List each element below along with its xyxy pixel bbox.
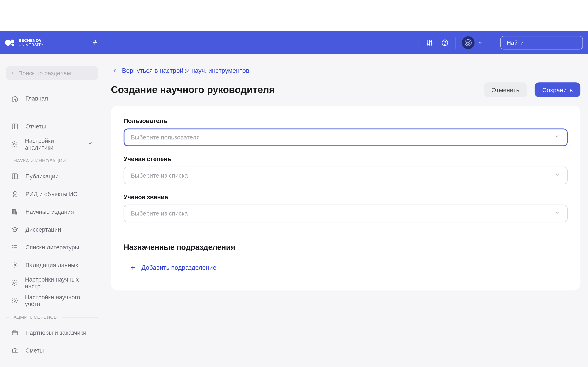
sidebar-item-label: Настройки научных инстр. [25,276,93,290]
user-select[interactable]: Выберите пользователя [123,128,568,146]
pin-icon[interactable] [90,38,100,48]
svg-point-1 [10,40,14,43]
acad-title-select[interactable]: Выберите из списка [123,205,568,222]
svg-point-15 [14,264,16,266]
svg-point-2 [11,44,14,46]
app-header: SECHENOVUNIVERSITY [0,31,588,54]
sidebar-item-label: Отчеты [25,123,46,130]
settings-sliders-icon[interactable] [425,38,434,48]
add-subdivision-label: Добавить подразделение [141,264,216,271]
list-icon [11,244,18,250]
sidebar-item-label: Настройки аналитики [25,137,80,151]
cancel-button[interactable]: Отменить [484,82,527,97]
gear-icon [11,141,18,147]
sidebar-item-publications[interactable]: Публикации [6,167,98,185]
sidebar-search[interactable] [6,66,98,80]
book-icon [11,123,18,130]
svg-point-16 [14,282,15,284]
sidebar: Главная Отчеты Настройки аналитики НАУКА… [0,54,104,367]
user-field-label: Пользователь [123,117,568,124]
degree-select[interactable]: Выберите из списка [123,167,568,184]
header-search[interactable] [501,36,583,49]
subdivisions-title: Назначенные подразделения [123,243,568,252]
sidebar-section-admin: АДМИН. СЕРВИСЫ [6,309,98,324]
svg-point-10 [468,42,469,43]
chevron-left-icon [112,67,118,73]
sidebar-item-label: Валидация данных [25,262,78,268]
sidebar-item-estimates[interactable]: Сметы [6,342,98,359]
sidebar-item-validation[interactable]: Валидация данных [6,256,98,274]
form-card: Пользователь Выберите пользователя Учена… [111,106,580,290]
add-subdivision-button[interactable]: Добавить подразделение [123,261,222,273]
book-icon [11,173,18,180]
svg-point-17 [14,300,15,301]
sidebar-section-science: НАУКА И ИННОВАЦИИ [6,153,98,167]
sidebar-item-sci-accounting[interactable]: Настройки научного учёта [6,292,98,309]
sidebar-item-analytics-settings[interactable]: Настройки аналитики [6,135,98,153]
sidebar-item-label: Сметы [25,347,44,354]
plus-icon [130,264,136,271]
logo-icon [4,37,16,49]
svg-point-5 [431,42,432,44]
gear-icon [11,297,18,304]
sidebar-item-references[interactable]: Списки литературы [6,238,98,256]
logo[interactable]: SECHENOVUNIVERSITY [4,37,44,49]
svg-point-13 [14,143,15,145]
sidebar-item-sci-instr-settings[interactable]: Настройки научных инстр. [6,274,98,292]
sidebar-item-label: Диссертации [25,226,61,233]
svg-point-14 [13,192,16,194]
svg-point-7 [445,44,445,44]
chevron-down-icon [554,209,561,217]
sidebar-item-label: РИД и объекты ИС [25,191,77,197]
sidebar-item-rid[interactable]: РИД и объекты ИС [6,185,98,203]
svg-point-12 [12,72,13,74]
user-select-placeholder: Выберите пользователя [131,134,554,141]
search-icon [12,70,14,76]
acad-title-select-placeholder: Выберите из списка [131,210,554,217]
award-icon [11,191,18,197]
sidebar-search-input[interactable] [18,70,92,76]
chevron-down-icon [87,140,93,148]
sidebar-item-partners[interactable]: Партнеры и заказчики [6,324,98,342]
main: Вернуться в настройки науч. инструментов… [104,54,588,367]
help-icon[interactable] [440,38,450,48]
home-icon [11,95,18,102]
gear-icon [11,280,18,286]
gear-icon [11,262,18,268]
degree-field-label: Ученая степень [123,156,568,162]
svg-point-0 [5,40,11,46]
sidebar-item-label: Настройки научного учёта [25,294,93,307]
save-button[interactable]: Сохранить [535,82,580,97]
graduation-icon [11,226,18,233]
sidebar-item-label: Списки литературы [25,244,79,250]
title-field-label: Ученое звание [123,194,568,200]
sidebar-item-label: Научные издания [25,208,74,215]
svg-point-3 [427,44,428,45]
chevron-down-icon [554,171,561,180]
degree-select-placeholder: Выберите из списка [131,172,554,179]
sidebar-item-journals[interactable]: Научные издания [6,203,98,221]
sidebar-item-dissertations[interactable]: Диссертации [6,221,98,238]
bank-icon [11,347,18,354]
briefcase-icon [11,329,18,336]
chevron-down-icon [477,40,483,46]
avatar [462,36,475,49]
sidebar-item-home[interactable]: Главная [6,90,98,108]
sidebar-item-reports[interactable]: Отчеты [6,117,98,135]
sidebar-item-label: Главная [25,95,48,102]
page-title: Создание научного руководителя [111,84,275,96]
header-search-input[interactable] [507,39,581,46]
svg-rect-18 [12,331,17,335]
back-link-label: Вернуться в настройки науч. инструментов [122,67,249,74]
chevron-down-icon [554,133,561,142]
svg-point-4 [429,41,430,42]
avatar-menu[interactable] [462,36,483,49]
sidebar-item-label: Публикации [25,173,59,180]
sidebar-item-label: Партнеры и заказчики [25,329,86,336]
library-icon [11,208,18,215]
logo-text: SECHENOVUNIVERSITY [18,39,43,47]
back-link[interactable]: Вернуться в настройки науч. инструментов [112,67,249,74]
